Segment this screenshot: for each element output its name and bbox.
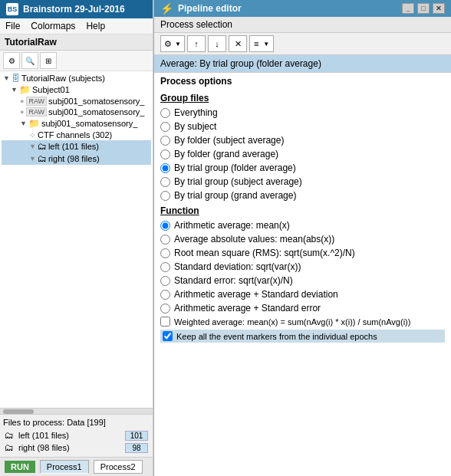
files-to-process-panel: Files to process: Data [199] 🗂 left (101… [0, 414, 153, 457]
up-arrow-icon: ↑ [194, 39, 199, 48]
radio-by-trial-folder-input[interactable] [160, 163, 170, 173]
radio-avg-abs: Average absolute values: mean(abs(x)) [160, 232, 445, 246]
tree-item-subj001a[interactable]: ● RAW subj001_somatosensory_ [2, 96, 151, 107]
radio-std-err: Standard error: sqrt(var(x)/N) [160, 274, 445, 287]
menu-colormaps[interactable]: Colormaps [28, 20, 77, 32]
window-titlebar: ⚡ Pipeline editor _ □ ✕ [154, 0, 451, 17]
tab-process1[interactable]: Process1 [40, 460, 89, 474]
files-header: Files to process: Data [199] [3, 418, 150, 427]
app-header: BS Brainstorm 29-Jul-2016 [0, 0, 153, 18]
move-down-button[interactable]: ↓ [208, 35, 226, 52]
options-content: Group files Everything By subject By fol… [154, 88, 451, 476]
radio-by-subject-input[interactable] [160, 122, 170, 132]
pipeline-editor: ⚡ Pipeline editor _ □ ✕ Process selectio… [153, 0, 451, 476]
radio-arith-stderr-input[interactable] [160, 304, 170, 314]
add-icon: ≡ [254, 39, 258, 48]
radio-avg-abs-input[interactable] [160, 235, 170, 245]
radio-by-trial-grand-input[interactable] [160, 191, 170, 201]
settings-arrow-icon: ▼ [175, 41, 181, 48]
window-controls: _ □ ✕ [402, 3, 445, 14]
run-button[interactable]: RUN [5, 461, 35, 473]
file-row-left: 🗂 left (101 files) 101 [3, 429, 150, 442]
radio-by-trial-grand-label: By trial group (grand average) [174, 190, 296, 201]
radio-arith-std-input[interactable] [160, 290, 170, 300]
radio-arith-avg: Arithmetic average: mean(x) [160, 218, 445, 232]
weighted-avg-checkbox[interactable] [160, 317, 170, 327]
radio-by-folder-subject-input[interactable] [160, 136, 170, 146]
delete-icon: ✕ [235, 39, 242, 49]
file-count-left: 101 [125, 431, 148, 441]
menu-help[interactable]: Help [84, 20, 107, 32]
radio-everything-label: Everything [174, 107, 218, 118]
add-button[interactable]: ≡ ▼ [249, 35, 274, 52]
radio-by-trial-subject-label: By trial group (subject average) [174, 176, 302, 187]
app-title: Brainstorm 29-Jul-2016 [23, 4, 125, 15]
radio-by-trial-subject-input[interactable] [160, 177, 170, 187]
radio-arith-stderr: Arithmetic average + Standard error [160, 301, 445, 315]
function-label: Function [160, 205, 445, 216]
radio-std-dev-label: Standard deviation: sqrt(var(x)) [174, 261, 301, 272]
maximize-button[interactable]: □ [417, 3, 430, 14]
add-arrow-icon: ▼ [263, 41, 269, 48]
section-label: TutorialRaw [0, 34, 153, 51]
radio-by-trial-subject: By trial group (subject average) [160, 175, 445, 189]
tree-item-tutorialraw[interactable]: ▼ 🗄 TutorialRaw (subjects) [2, 73, 151, 84]
radio-rms: Root mean square (RMS): sqrt(sum(x.^2)/N… [160, 246, 445, 260]
move-up-button[interactable]: ↑ [187, 35, 206, 52]
weighted-avg-row: Weighted average: mean(x) = sum(nAvg(i) … [160, 315, 445, 328]
radio-std-dev: Standard deviation: sqrt(var(x)) [160, 260, 445, 274]
radio-std-dev-input[interactable] [160, 262, 170, 272]
tree-item-right-files[interactable]: ▼ 🗂 right (98 files) [2, 153, 151, 165]
down-arrow-icon: ↓ [215, 39, 219, 48]
tree-tool-2[interactable]: 🔍 [21, 52, 38, 69]
left-panel: BS Brainstorm 29-Jul-2016 File Colormaps… [0, 0, 153, 476]
minimize-button[interactable]: _ [402, 3, 414, 14]
file-tree: ▼ 🗄 TutorialRaw (subjects) ▼ 📁 Subject01… [0, 71, 153, 408]
menu-bar: File Colormaps Help [0, 18, 153, 34]
menu-file[interactable]: File [3, 20, 22, 32]
weighted-avg-label: Weighted average: mean(x) = sum(nAvg(i) … [174, 317, 410, 327]
selected-process-label: Average: By trial group (folder average) [160, 58, 321, 69]
radio-by-folder-subject: By folder (subject average) [160, 133, 445, 147]
radio-by-subject: By subject [160, 120, 445, 133]
settings-icon: ⚙ [164, 39, 172, 49]
tree-item-ctf[interactable]: ⁘ CTF channels (302) [2, 130, 151, 140]
radio-arith-avg-input[interactable] [160, 221, 170, 231]
keep-markers-label: Keep all the event markers from the indi… [176, 332, 377, 341]
radio-by-trial-grand: By trial group (grand average) [160, 189, 445, 202]
tree-item-subj001c[interactable]: ▼ 📁 subj001_somatosensory_ [2, 117, 151, 130]
radio-by-folder-grand-input[interactable] [160, 149, 170, 159]
radio-by-subject-label: By subject [174, 121, 216, 132]
radio-std-err-label: Standard error: sqrt(var(x)/N) [174, 275, 293, 286]
file-count-right: 98 [125, 443, 148, 453]
selected-process-row[interactable]: Average: By trial group (folder average) [154, 55, 451, 73]
keep-markers-row: Keep all the event markers from the indi… [160, 330, 445, 343]
radio-by-folder-grand: By folder (grand average) [160, 147, 445, 161]
radio-rms-input[interactable] [160, 248, 170, 258]
run-bar: RUN Process1 Process2 [0, 457, 153, 476]
process-selection-header: Process selection [154, 17, 451, 33]
radio-by-folder-grand-label: By folder (grand average) [174, 149, 278, 159]
tree-item-subj001b[interactable]: ● RAW subj001_somatosensory_ [2, 107, 151, 117]
radio-std-err-input[interactable] [160, 276, 170, 286]
delete-button[interactable]: ✕ [229, 35, 247, 52]
file-row-right: 🗂 right (98 files) 98 [3, 442, 150, 454]
radio-arith-avg-label: Arithmetic average: mean(x) [174, 220, 290, 231]
tree-tool-1[interactable]: ⚙ [3, 52, 20, 69]
radio-by-folder-subject-label: By folder (subject average) [174, 135, 284, 146]
logo-text: BS [8, 5, 18, 13]
close-button[interactable]: ✕ [433, 3, 445, 14]
tree-item-subject01[interactable]: ▼ 📁 Subject01 [2, 84, 151, 96]
window-title: Pipeline editor [178, 3, 242, 14]
tree-item-left-files[interactable]: ▼ 🗂 left (101 files) [2, 140, 151, 153]
tree-tool-3[interactable]: ⊞ [40, 52, 57, 69]
scroll-area[interactable] [0, 408, 153, 414]
tab-process2[interactable]: Process2 [94, 460, 143, 474]
radio-everything-input[interactable] [160, 108, 170, 118]
radio-arith-std-label: Arithmetic average + Standard deviation [174, 289, 338, 300]
radio-by-trial-folder: By trial group (folder average) [160, 161, 445, 175]
keep-markers-checkbox[interactable] [163, 331, 173, 341]
radio-by-trial-folder-label: By trial group (folder average) [174, 162, 296, 173]
settings-button[interactable]: ⚙ ▼ [160, 35, 185, 52]
tree-toolbar: ⚙ 🔍 ⊞ [0, 51, 153, 71]
